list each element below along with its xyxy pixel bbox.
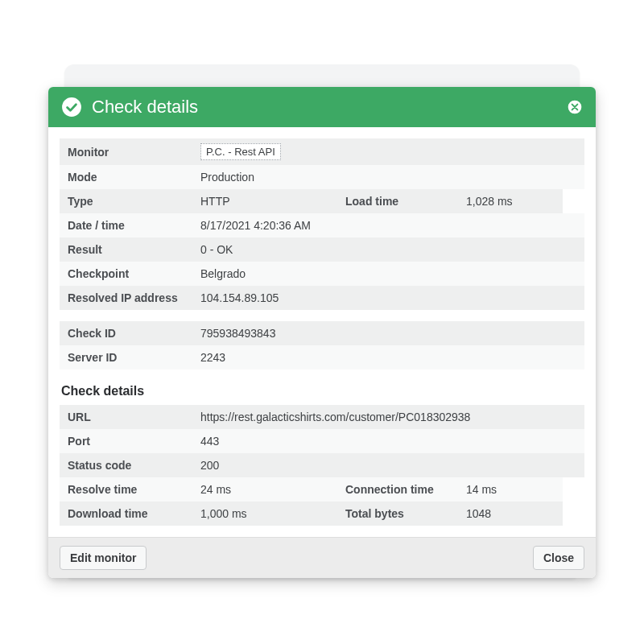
label-checkpoint: Checkpoint (60, 262, 192, 286)
row-server-id: Server ID 2243 (60, 345, 584, 369)
details-group-3: URL https://rest.galacticshirts.com/cust… (60, 405, 584, 526)
value-monitor: P.C. - Rest API (192, 138, 584, 165)
label-server-id: Server ID (60, 345, 192, 369)
label-url: URL (60, 405, 192, 429)
label-port: Port (60, 429, 192, 453)
label-total-bytes: Total bytes (337, 502, 458, 526)
label-check-id: Check ID (60, 321, 192, 345)
value-total-bytes: 1048 (458, 502, 563, 526)
value-result: 0 - OK (192, 237, 584, 262)
row-download-time: Download time 1,000 ms Total bytes 1048 (60, 502, 584, 526)
label-type: Type (60, 189, 192, 213)
label-monitor: Monitor (60, 138, 192, 165)
details-group-1: Monitor P.C. - Rest API Mode Production … (60, 138, 584, 310)
check-circle-icon (61, 97, 82, 118)
value-url: https://rest.galacticshirts.com/customer… (192, 405, 584, 429)
close-icon[interactable] (567, 99, 583, 115)
label-datetime: Date / time (60, 213, 192, 237)
row-checkpoint: Checkpoint Belgrado (60, 262, 584, 286)
value-port: 443 (192, 429, 584, 453)
value-check-id: 795938493843 (192, 321, 584, 345)
row-datetime: Date / time 8/17/2021 4:20:36 AM (60, 213, 584, 237)
value-load-time: 1,028 ms (458, 189, 563, 213)
value-connection-time: 14 ms (458, 477, 563, 502)
value-server-id: 2243 (192, 345, 584, 369)
label-result: Result (60, 237, 192, 262)
modal-footer: Edit monitor Close (48, 537, 596, 578)
row-type: Type HTTP Load time 1,028 ms (60, 189, 584, 213)
value-download-time: 1,000 ms (192, 502, 337, 526)
value-mode: Production (192, 165, 584, 189)
label-load-time: Load time (337, 189, 458, 213)
label-mode: Mode (60, 165, 192, 189)
label-connection-time: Connection time (337, 477, 458, 502)
label-download-time: Download time (60, 502, 192, 526)
row-monitor: Monitor P.C. - Rest API (60, 138, 584, 165)
value-checkpoint: Belgrado (192, 262, 584, 286)
modal-header: Check details (48, 87, 596, 127)
row-check-id: Check ID 795938493843 (60, 321, 584, 345)
svg-point-0 (62, 97, 81, 117)
check-details-modal: Check details Monitor P.C. - Rest API Mo… (48, 87, 596, 578)
value-type: HTTP (192, 189, 337, 213)
row-resolved-ip: Resolved IP address 104.154.89.105 (60, 286, 584, 310)
section-title-check-details: Check details (60, 381, 584, 405)
modal-title: Check details (92, 97, 557, 118)
edit-monitor-button[interactable]: Edit monitor (60, 546, 147, 570)
close-button[interactable]: Close (533, 546, 584, 570)
modal-body: Monitor P.C. - Rest API Mode Production … (48, 127, 596, 526)
monitor-link[interactable]: P.C. - Rest API (200, 143, 281, 160)
label-status-code: Status code (60, 453, 192, 477)
details-group-2: Check ID 795938493843 Server ID 2243 (60, 321, 584, 369)
label-resolve-time: Resolve time (60, 477, 192, 502)
label-resolved-ip: Resolved IP address (60, 286, 192, 310)
row-status-code: Status code 200 (60, 453, 584, 477)
value-resolved-ip: 104.154.89.105 (192, 286, 584, 310)
row-url: URL https://rest.galacticshirts.com/cust… (60, 405, 584, 429)
row-result: Result 0 - OK (60, 237, 584, 262)
value-datetime: 8/17/2021 4:20:36 AM (192, 213, 584, 237)
value-resolve-time: 24 ms (192, 477, 337, 502)
row-port: Port 443 (60, 429, 584, 453)
row-resolve-time: Resolve time 24 ms Connection time 14 ms (60, 477, 584, 502)
row-mode: Mode Production (60, 165, 584, 189)
value-status-code: 200 (192, 453, 584, 477)
